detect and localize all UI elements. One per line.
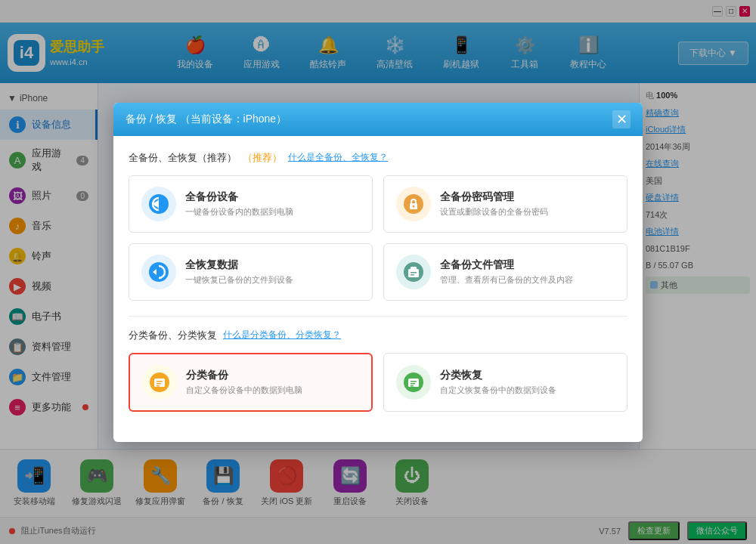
modal-body: 全备份、全恢复（推荐） （推荐） 什么是全备份、全恢复？ 全 (113, 136, 643, 442)
full-restore-icon (141, 255, 176, 289)
section2-title: 分类备份、分类恢复 什么是分类备份、分类恢复？ (129, 329, 627, 342)
category-restore-card[interactable]: 分类恢复 自定义恢复备份中的数据到设备 (383, 353, 627, 412)
svg-rect-13 (411, 274, 414, 276)
full-restore-card[interactable]: 全恢复数据 一键恢复已备份的文件到设备 (129, 243, 373, 301)
section1-link[interactable]: 什么是全备份、全恢复？ (288, 151, 388, 164)
category-restore-text: 分类恢复 自定义恢复备份中的数据到设备 (440, 369, 556, 396)
svg-rect-21 (411, 381, 417, 382)
section2-cards: 分类备份 自定义备份设备中的数据到电脑 (129, 353, 627, 412)
category-restore-icon (396, 365, 431, 400)
section2: 分类备份、分类恢复 什么是分类备份、分类恢复？ (129, 316, 627, 412)
svg-rect-16 (156, 381, 163, 382)
recommend-badge: （推荐） (243, 151, 282, 165)
svg-rect-17 (156, 383, 161, 385)
full-restore-text: 全恢复数据 一键恢复已备份的文件到设备 (185, 258, 293, 286)
category-backup-text: 分类备份 自定义备份设备中的数据到电脑 (186, 369, 302, 396)
modal-title: 备份 / 恢复 （当前设备：iPhone） (125, 113, 287, 126)
modal-overlay[interactable]: 备份 / 恢复 （当前设备：iPhone） ✕ 全备份、全恢复（推荐） （推荐）… (0, 0, 756, 544)
category-backup-icon (142, 365, 177, 400)
svg-point-6 (413, 205, 415, 207)
modal-header: 备份 / 恢复 （当前设备：iPhone） ✕ (113, 103, 643, 136)
svg-rect-20 (408, 379, 419, 387)
full-backup-mgmt-text: 全备份文件管理 管理、查看所有已备份的文件及内容 (440, 258, 573, 286)
full-backup-card[interactable]: 全备份设备 一键备份设备内的数据到电脑 (129, 175, 373, 233)
full-backup-password-text: 全备份密码管理 设置或删除设备的全备份密码 (440, 190, 548, 218)
svg-rect-18 (156, 385, 160, 387)
svg-rect-11 (411, 267, 417, 270)
svg-rect-12 (411, 272, 417, 274)
full-backup-text: 全备份设备 一键备份设备内的数据到电脑 (185, 190, 293, 218)
modal-close-button[interactable]: ✕ (612, 110, 631, 128)
section2-link[interactable]: 什么是分类备份、分类恢复？ (223, 329, 341, 342)
full-backup-password-card[interactable]: 全备份密码管理 设置或删除设备的全备份密码 (383, 175, 627, 233)
full-backup-mgmt-card[interactable]: 全备份文件管理 管理、查看所有已备份的文件及内容 (383, 243, 627, 301)
svg-rect-23 (411, 385, 414, 387)
full-backup-password-icon (396, 187, 431, 221)
full-backup-icon (141, 187, 176, 221)
svg-rect-15 (154, 379, 165, 387)
backup-restore-modal: 备份 / 恢复 （当前设备：iPhone） ✕ 全备份、全恢复（推荐） （推荐）… (113, 103, 643, 442)
category-backup-card[interactable]: 分类备份 自定义备份设备中的数据到电脑 (129, 353, 373, 412)
section1-title: 全备份、全恢复（推荐） （推荐） 什么是全备份、全恢复？ (129, 151, 627, 165)
svg-rect-22 (411, 383, 415, 385)
full-backup-mgmt-icon (396, 255, 431, 289)
section1-cards: 全备份设备 一键备份设备内的数据到电脑 全备份密码管理 (129, 175, 627, 301)
